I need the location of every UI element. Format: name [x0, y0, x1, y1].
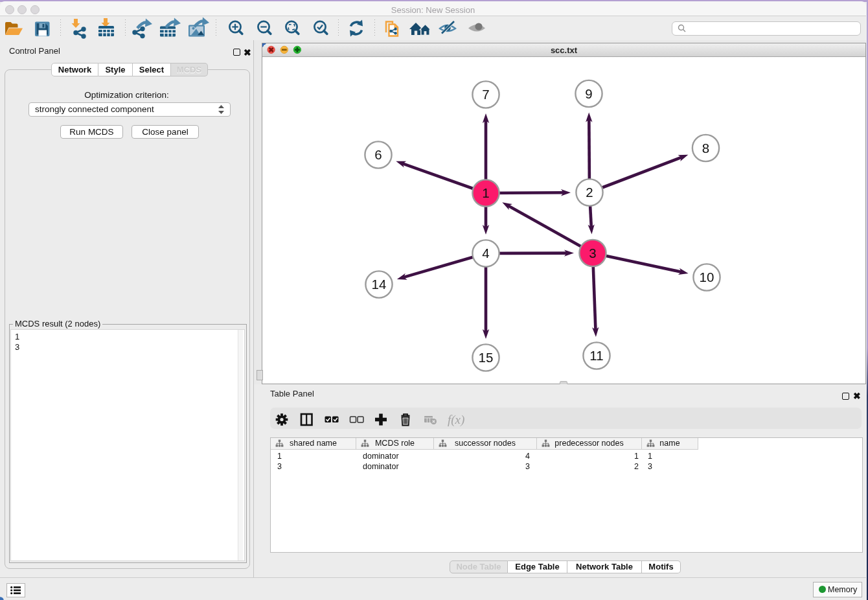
- svg-text:7: 7: [482, 87, 489, 102]
- svg-text:4: 4: [482, 246, 489, 260]
- svg-text:3: 3: [589, 246, 596, 260]
- svg-text:f(x): f(x): [448, 413, 464, 427]
- svg-text:8: 8: [702, 141, 709, 156]
- svg-text:15: 15: [479, 350, 494, 365]
- svg-text:11: 11: [589, 348, 603, 363]
- svg-text:2: 2: [586, 185, 593, 200]
- svg-text:1: 1: [482, 185, 489, 200]
- svg-text:6: 6: [374, 147, 382, 162]
- svg-text:14: 14: [372, 277, 387, 292]
- svg-text:10: 10: [700, 270, 714, 284]
- svg-text:9: 9: [585, 86, 592, 101]
